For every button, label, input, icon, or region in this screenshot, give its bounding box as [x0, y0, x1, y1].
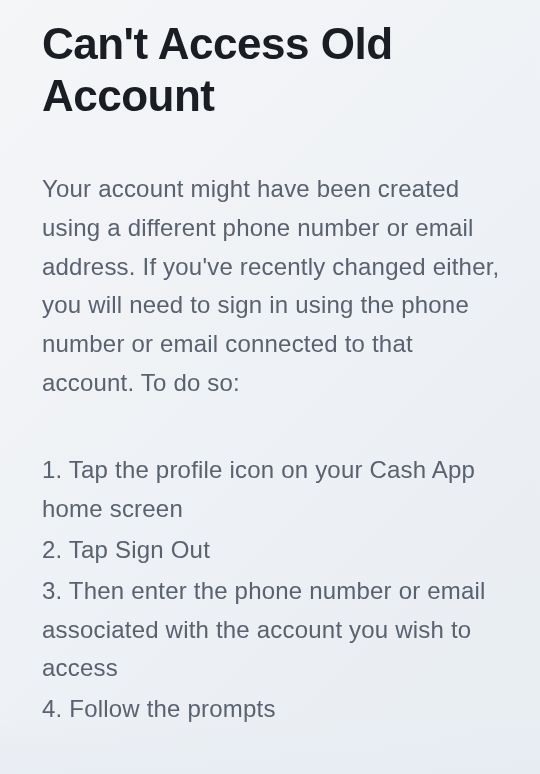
step-item: 3. Then enter the phone number or email … — [42, 572, 510, 689]
page-title: Can't Access Old Account — [42, 18, 510, 122]
steps-list: 1. Tap the profile icon on your Cash App… — [42, 451, 510, 729]
step-item: 4. Follow the prompts — [42, 690, 510, 729]
step-item: 2. Tap Sign Out — [42, 531, 510, 570]
intro-paragraph: Your account might have been created usi… — [42, 170, 510, 403]
step-item: 1. Tap the profile icon on your Cash App… — [42, 451, 510, 529]
